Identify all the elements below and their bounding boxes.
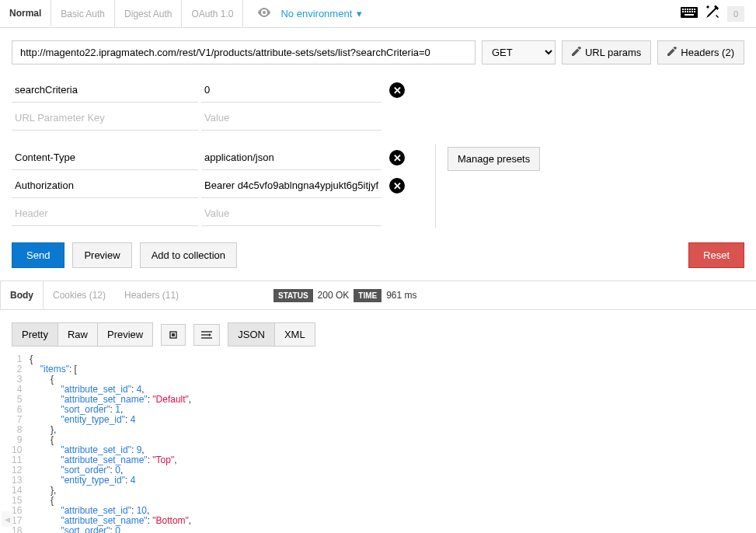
edit-icon <box>667 47 677 58</box>
response-tab-headers[interactable]: Headers (11) <box>115 281 188 309</box>
counter-badge: 0 <box>727 6 744 22</box>
format-json-button[interactable]: JSON <box>228 322 274 347</box>
wrap-icon <box>201 330 212 340</box>
status-value: 200 OK <box>318 290 350 301</box>
time-value: 961 ms <box>386 290 416 301</box>
add-to-collection-button[interactable]: Add to collection <box>140 242 237 268</box>
preview-button[interactable]: Preview <box>72 242 131 268</box>
svg-rect-5 <box>692 9 693 10</box>
svg-rect-13 <box>685 14 694 16</box>
keyboard-icon[interactable] <box>681 7 698 20</box>
svg-rect-8 <box>685 11 686 12</box>
view-pretty-button[interactable]: Pretty <box>12 322 57 347</box>
copy-button[interactable] <box>161 324 186 346</box>
time-label: TIME <box>354 289 381 302</box>
eye-icon <box>257 8 271 19</box>
view-raw-button[interactable]: Raw <box>57 322 97 347</box>
tab-oauth[interactable]: OAuth 1.0 <box>181 0 243 27</box>
copy-icon <box>169 330 178 340</box>
method-select[interactable]: GET <box>482 40 556 64</box>
url-param-value-input-empty[interactable] <box>201 106 381 131</box>
svg-rect-9 <box>687 11 688 12</box>
status-label: STATUS <box>273 289 313 302</box>
response-tab-body[interactable]: Body <box>0 281 44 309</box>
environment-selector[interactable]: No environment ▾ <box>257 8 362 19</box>
svg-rect-11 <box>692 11 693 12</box>
url-param-key-input-empty[interactable] <box>12 106 198 131</box>
sidebar-expand-icon[interactable]: ◂ <box>2 511 13 527</box>
header-value-input-empty[interactable] <box>201 201 381 226</box>
delete-header-button[interactable]: ✕ <box>389 150 405 165</box>
settings-icon[interactable] <box>705 5 719 23</box>
svg-rect-10 <box>689 11 691 12</box>
tab-basic-auth[interactable]: Basic Auth <box>51 0 115 27</box>
manage-presets-button[interactable]: Manage presets <box>448 147 540 171</box>
svg-rect-12 <box>694 11 695 12</box>
svg-rect-3 <box>687 9 688 10</box>
header-key-input[interactable] <box>12 145 198 170</box>
reset-button[interactable]: Reset <box>688 242 744 268</box>
headers-button[interactable]: Headers (2) <box>657 40 744 64</box>
request-url-input[interactable] <box>12 40 476 64</box>
svg-rect-7 <box>682 11 684 12</box>
svg-rect-15 <box>172 333 175 336</box>
header-key-input[interactable] <box>12 173 198 198</box>
header-value-input[interactable] <box>201 173 381 198</box>
url-params-button[interactable]: URL params <box>562 40 651 64</box>
svg-rect-6 <box>694 9 695 10</box>
wrap-button[interactable] <box>193 324 220 346</box>
tab-normal[interactable]: Normal <box>0 0 51 27</box>
svg-rect-4 <box>689 9 691 10</box>
send-button[interactable]: Send <box>12 242 64 268</box>
response-tab-cookies[interactable]: Cookies (12) <box>44 281 115 309</box>
environment-label: No environment <box>280 8 352 19</box>
url-param-key-input[interactable] <box>12 78 198 103</box>
edit-icon <box>572 47 581 58</box>
delete-header-button[interactable]: ✕ <box>389 178 405 193</box>
header-value-input[interactable] <box>201 145 381 170</box>
response-body: 123456789101112131415161718 { "items": [… <box>0 354 756 533</box>
url-param-value-input[interactable] <box>201 78 381 103</box>
tab-digest-auth[interactable]: Digest Auth <box>114 0 182 27</box>
svg-rect-2 <box>685 9 686 10</box>
svg-rect-1 <box>682 9 684 10</box>
delete-param-button[interactable]: ✕ <box>389 82 405 98</box>
header-key-input-empty[interactable] <box>12 201 198 226</box>
view-preview-button[interactable]: Preview <box>97 322 153 347</box>
format-xml-button[interactable]: XML <box>274 322 315 347</box>
caret-down-icon: ▾ <box>357 8 362 19</box>
